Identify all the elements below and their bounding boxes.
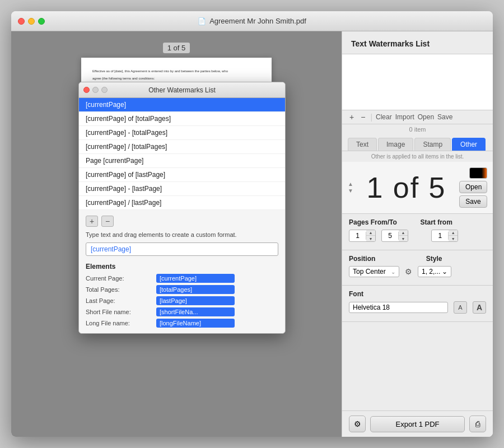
font-controls: Helvetica 18 A A: [349, 301, 486, 314]
popup-hint: Type text and drag elements to create a …: [86, 231, 278, 238]
popup-close-button[interactable]: [83, 87, 90, 93]
list-item[interactable]: [currentPage] - [totalPages]: [79, 126, 285, 140]
minimize-button[interactable]: [28, 18, 35, 25]
watermarks-list: [currentPage] [currentPage] of [totalPag…: [79, 98, 285, 210]
tab-image[interactable]: Image: [378, 138, 413, 151]
color-swatch[interactable]: [469, 167, 487, 179]
elements-label: Elements: [86, 263, 278, 270]
preview-area: ▲ ▼ 1 of 5 Open Save: [342, 162, 493, 214]
popup-add-button[interactable]: +: [86, 216, 98, 227]
element-val-1[interactable]: [totalPages]: [156, 285, 235, 294]
position-section: Position Style Top Center ⌄ ⚙ 1, 2,... ⌄: [342, 250, 493, 286]
list-item[interactable]: [currentPage] of [totalPages]: [79, 112, 285, 126]
popup-add-remove-bar: + −: [86, 216, 278, 227]
elements-grid: Current Page: [currentPage] Total Pages:…: [86, 274, 278, 328]
list-item[interactable]: Page [currentPage]: [79, 154, 285, 168]
element-val-3[interactable]: [shortFileNa...: [156, 307, 235, 316]
pages-to-down[interactable]: ▼: [399, 236, 408, 241]
pages-row: Pages From/To Start from: [349, 218, 486, 226]
element-val-2[interactable]: [lastPage]: [156, 296, 235, 305]
bottom-bar: ⚙ Export 1 PDF ⎙: [342, 410, 493, 437]
popup-format-input[interactable]: [currentPage]: [86, 242, 278, 256]
font-label: Font: [349, 290, 486, 298]
element-val-0[interactable]: [currentPage]: [156, 274, 235, 283]
tabs-bar: Text Image Stamp Other: [342, 134, 493, 151]
style-label: Style: [426, 255, 486, 263]
position-caret: ⌄: [391, 269, 395, 275]
element-key-0: Current Page:: [86, 274, 153, 283]
font-label-row: Font: [349, 290, 486, 298]
import-button[interactable]: Import: [395, 113, 414, 121]
pdf-panel: 1 of 5 Effective as of [date], this Agre…: [11, 31, 342, 437]
list-toolbar: + − | Clear Import Open Save: [342, 110, 493, 124]
tab-other[interactable]: Other: [452, 138, 486, 151]
position-gear-button[interactable]: ⚙: [405, 267, 412, 276]
save-button[interactable]: Save: [437, 113, 452, 121]
pages-from-stepper[interactable]: 1 ▲ ▼: [349, 230, 376, 242]
pages-from-up[interactable]: ▲: [366, 230, 375, 236]
export-button[interactable]: Export 1 PDF: [370, 416, 465, 432]
popup-minimize-button[interactable]: [92, 87, 99, 93]
pages-controls-row: 1 ▲ ▼ 5 ▲ ▼ 1: [349, 230, 486, 242]
remove-button[interactable]: −: [359, 113, 367, 122]
preview-open-btn[interactable]: Open: [459, 181, 487, 193]
element-key-1: Total Pages:: [86, 285, 153, 294]
pages-to-stepper[interactable]: 5 ▲ ▼: [381, 230, 408, 242]
list-item[interactable]: [currentPage] / [totalPages]: [79, 140, 285, 154]
page-label: 1 of 5: [163, 43, 190, 53]
add-button[interactable]: +: [348, 113, 356, 122]
element-key-3: Short File name:: [86, 307, 153, 316]
position-label: Position: [349, 255, 409, 263]
list-item[interactable]: [currentPage] of [lastPage]: [79, 168, 285, 182]
start-from-down[interactable]: ▼: [449, 236, 458, 241]
right-panel: Text Watermarks List + − | Clear Import …: [342, 31, 493, 437]
maximize-button[interactable]: [38, 18, 45, 25]
watermarks-popup: Other Watermarks List [currentPage] [cur…: [78, 82, 286, 334]
style-caret: ⌄: [442, 268, 447, 276]
start-from-value: 1: [432, 232, 449, 240]
main-window: 📄 Agreement Mr John Smith.pdf 1 of 5 Eff…: [11, 11, 493, 437]
pages-from-arrows: ▲ ▼: [366, 230, 375, 241]
position-value: Top Center: [353, 268, 386, 276]
popup-remove-button[interactable]: −: [101, 216, 114, 227]
preview-save-btn[interactable]: Save: [459, 195, 487, 208]
popup-bottom: + − Type text and drag elements to creat…: [79, 210, 285, 333]
pages-from-value: 1: [349, 232, 366, 240]
list-item[interactable]: [currentPage] - [lastPage]: [79, 182, 285, 196]
font-decrease-button[interactable]: A: [454, 301, 467, 314]
pages-to-value: 5: [382, 232, 399, 240]
window-title: 📄 Agreement Mr John Smith.pdf: [198, 17, 306, 25]
popup-maximize-button[interactable]: [101, 87, 108, 93]
preview-down-arrow[interactable]: ▼: [348, 188, 353, 194]
element-key-2: Last Page:: [86, 296, 153, 305]
pages-from-down[interactable]: ▼: [366, 236, 375, 241]
font-display[interactable]: Helvetica 18: [349, 302, 448, 313]
pages-label: Pages From/To: [349, 218, 415, 226]
list-item[interactable]: [currentPage]: [79, 98, 285, 112]
position-style-row: Position Style: [349, 255, 486, 263]
start-from-up[interactable]: ▲: [449, 230, 458, 236]
close-button[interactable]: [18, 18, 25, 25]
share-button[interactable]: ⎙: [469, 416, 486, 432]
element-val-4[interactable]: [longFileName]: [156, 319, 235, 328]
preview-text: 1 of 5: [353, 171, 459, 204]
right-panel-title: Text Watermarks List: [342, 31, 493, 54]
tab-stamp[interactable]: Stamp: [414, 138, 451, 151]
font-section: Font Helvetica 18 A A: [342, 286, 493, 322]
watermark-list-area: [342, 54, 493, 110]
pages-to-up[interactable]: ▲: [399, 230, 408, 236]
popup-title: Other Watermarks List: [148, 86, 216, 94]
style-select[interactable]: 1, 2,... ⌄: [418, 266, 451, 277]
start-from-stepper[interactable]: 1 ▲ ▼: [431, 230, 458, 242]
clear-button[interactable]: Clear: [376, 113, 392, 121]
preview-right: Open Save: [459, 167, 487, 208]
settings-button[interactable]: ⚙: [349, 416, 366, 432]
font-increase-button[interactable]: A: [473, 301, 486, 314]
list-item[interactable]: [currentPage] / [lastPage]: [79, 196, 285, 210]
tab-hint: Other is applied to all items in the lis…: [342, 151, 493, 162]
pages-to-arrows: ▲ ▼: [399, 230, 408, 241]
tab-text[interactable]: Text: [348, 138, 377, 151]
preview-up-arrow[interactable]: ▲: [348, 181, 353, 187]
position-select[interactable]: Top Center ⌄: [349, 266, 399, 277]
open-button[interactable]: Open: [418, 113, 434, 121]
